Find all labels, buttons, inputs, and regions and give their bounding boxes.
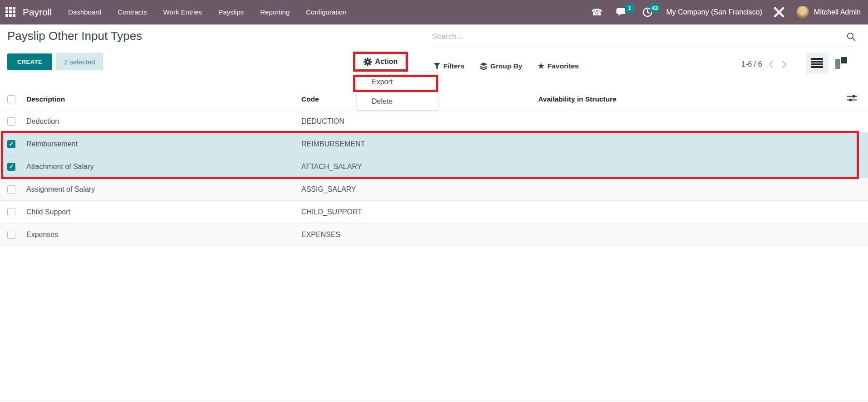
nav-item-reporting[interactable]: Reporting bbox=[260, 0, 289, 24]
nav-item-payslips[interactable]: Payslips bbox=[218, 0, 244, 24]
systray: ☎ 1 43 My Company (San Francisco) bbox=[591, 5, 861, 19]
user-name[interactable]: Mitchell Admin bbox=[814, 8, 861, 16]
favorites-label: Favorites bbox=[547, 62, 579, 70]
optional-columns-button[interactable] bbox=[847, 94, 868, 104]
list-view-table: Description Code Availability in Structu… bbox=[0, 88, 868, 246]
view-switcher bbox=[806, 53, 854, 73]
pager-next-icon[interactable] bbox=[780, 60, 789, 69]
cell-description: Reimbursement bbox=[22, 140, 301, 148]
pager-range: 1-6 / 6 bbox=[741, 60, 762, 68]
kanban-view-button[interactable] bbox=[829, 53, 854, 73]
search-input[interactable] bbox=[432, 32, 846, 41]
search-icon[interactable] bbox=[846, 32, 856, 42]
pager-previous-icon[interactable] bbox=[766, 60, 775, 69]
column-options-sliders-icon bbox=[847, 94, 857, 102]
row-checkbox[interactable]: ✓ bbox=[7, 163, 15, 171]
action-dropdown-menu: Export Delete bbox=[357, 72, 438, 111]
cell-code: REIMBURSEMENT bbox=[301, 140, 538, 148]
activities-icon[interactable]: 43 bbox=[642, 7, 652, 17]
voip-phone-icon[interactable]: ☎ bbox=[591, 8, 603, 17]
group-by-label: Group By bbox=[490, 62, 523, 70]
main-menu: Dashboard Contracts Work Entries Payslip… bbox=[68, 0, 346, 24]
activities-badge: 43 bbox=[650, 4, 660, 12]
action-button-label: Action bbox=[375, 58, 398, 66]
favorites-button[interactable]: ★ Favorites bbox=[538, 62, 579, 70]
cell-description: Assignment of Salary bbox=[22, 185, 301, 194]
cell-code: ASSIG_SALARY bbox=[301, 185, 538, 194]
nav-item-dashboard[interactable]: Dashboard bbox=[68, 0, 101, 24]
select-all-checkbox[interactable] bbox=[7, 95, 15, 103]
row-checkbox[interactable] bbox=[7, 185, 15, 194]
search-bar bbox=[432, 27, 858, 46]
cell-description: Attachment of Salary bbox=[22, 163, 301, 171]
messages-icon[interactable]: 1 bbox=[616, 8, 627, 17]
apps-menu-icon[interactable] bbox=[5, 7, 16, 18]
action-menu-delete[interactable]: Delete bbox=[357, 92, 438, 111]
create-button[interactable]: CREATE bbox=[7, 53, 52, 70]
favorites-star-icon: ★ bbox=[538, 63, 544, 70]
gear-icon bbox=[363, 58, 372, 66]
group-by-button[interactable]: Group By bbox=[480, 62, 523, 70]
app-brand[interactable]: Payroll bbox=[23, 7, 52, 18]
kanban-view-icon bbox=[835, 57, 848, 69]
checkmark-icon: ✓ bbox=[9, 164, 14, 170]
action-menu-export[interactable]: Export bbox=[357, 72, 438, 92]
filter-funnel-icon bbox=[434, 63, 440, 69]
cell-code: ATTACH_SALARY bbox=[301, 163, 538, 171]
column-header-description[interactable]: Description bbox=[22, 95, 301, 103]
nav-item-configuration[interactable]: Configuration bbox=[306, 0, 346, 24]
table-row[interactable]: Expenses EXPENSES bbox=[0, 223, 868, 246]
row-checkbox[interactable] bbox=[7, 231, 15, 239]
topbar: Payroll Dashboard Contracts Work Entries… bbox=[0, 0, 868, 24]
list-view-button[interactable] bbox=[806, 53, 829, 73]
row-checkbox[interactable]: ✓ bbox=[7, 140, 15, 148]
nav-item-work-entries[interactable]: Work Entries bbox=[163, 0, 202, 24]
column-header-availability[interactable]: Availability in Structure bbox=[538, 95, 839, 103]
table-row[interactable]: Child Support CHILD_SUPPORT bbox=[0, 201, 868, 223]
table-row[interactable]: Deduction DEDUCTION bbox=[0, 110, 868, 133]
table-row[interactable]: ✓ Attachment of Salary ATTACH_SALARY bbox=[0, 155, 868, 178]
tools-icon bbox=[773, 7, 785, 18]
viewport-bottom-edge bbox=[0, 401, 868, 401]
selection-count-badge: 2 selected bbox=[56, 53, 103, 70]
app-window: Payroll Dashboard Contracts Work Entries… bbox=[0, 0, 868, 402]
list-view-icon bbox=[811, 58, 823, 68]
page-title: Payslip Other Input Types bbox=[7, 29, 142, 43]
search-options: Filters Group By ★ Favorites bbox=[434, 59, 579, 73]
table-row[interactable]: Assignment of Salary ASSIG_SALARY bbox=[0, 178, 868, 201]
pager: 1-6 / 6 bbox=[741, 60, 789, 69]
filters-label: Filters bbox=[443, 62, 465, 70]
group-by-layers-icon bbox=[480, 63, 487, 70]
table-row[interactable]: ✓ Reimbursement REIMBURSEMENT bbox=[0, 133, 868, 155]
checkmark-icon: ✓ bbox=[9, 141, 14, 147]
cell-description: Expenses bbox=[22, 231, 301, 239]
row-checkbox[interactable] bbox=[7, 208, 15, 216]
cell-description: Deduction bbox=[22, 117, 301, 126]
cell-description: Child Support bbox=[22, 208, 301, 216]
user-avatar[interactable] bbox=[796, 5, 809, 19]
company-switcher[interactable]: My Company (San Francisco) bbox=[666, 8, 762, 16]
cell-code: EXPENSES bbox=[301, 231, 538, 239]
row-checkbox[interactable] bbox=[7, 117, 15, 126]
cell-code: CHILD_SUPPORT bbox=[301, 208, 538, 216]
messages-badge: 1 bbox=[625, 4, 634, 13]
nav-item-contracts[interactable]: Contracts bbox=[118, 0, 147, 24]
action-menu-button[interactable]: Action bbox=[353, 52, 408, 72]
filters-button[interactable]: Filters bbox=[434, 62, 465, 70]
cell-code: DEDUCTION bbox=[301, 117, 538, 126]
debug-tools-icon[interactable] bbox=[773, 7, 785, 18]
